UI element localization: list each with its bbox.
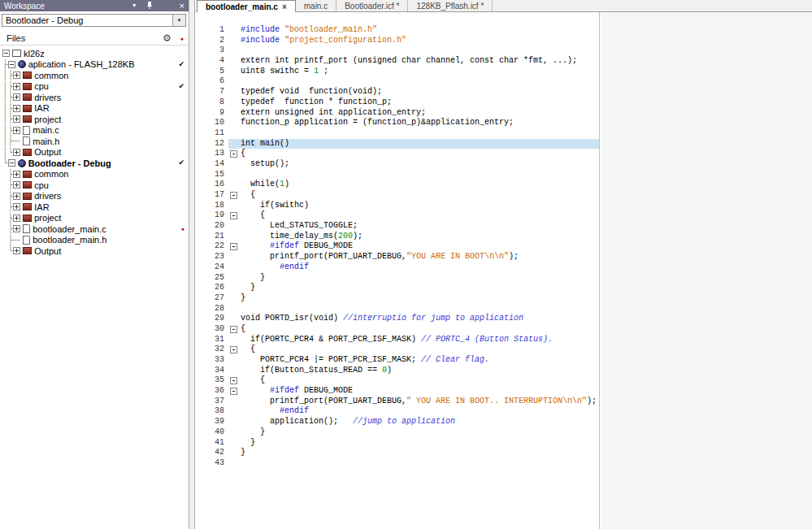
line-number[interactable]: 2: [196, 36, 228, 46]
code-line-34[interactable]: 34 if(Button_Status_READ == 0): [196, 366, 599, 376]
tree-item-project[interactable]: │├project: [0, 114, 189, 125]
line-number[interactable]: 27: [196, 293, 228, 304]
code-line-36[interactable]: 36 #ifdef DEBUG_MODE: [196, 386, 599, 397]
tree-item-iar[interactable]: │├IAR: [0, 103, 189, 115]
tree-item-main-h[interactable]: │├main.h: [0, 136, 189, 147]
line-number[interactable]: 26: [196, 283, 228, 293]
code-line-10[interactable]: 10function_p application = (function_p)&…: [196, 118, 599, 128]
tree-item-aplication-flash-128kb[interactable]: ├aplication - FLASH_128KB✔: [0, 59, 189, 71]
line-number[interactable]: 11: [196, 128, 228, 139]
code-editor[interactable]: 1#include "bootloader_main.h"2#include "…: [196, 12, 600, 529]
tree-item-bootloader-main-h[interactable]: ├bootloader_main.h: [0, 235, 189, 246]
line-number[interactable]: 25: [196, 273, 228, 284]
expand-icon[interactable]: [13, 181, 20, 189]
build-config-select[interactable]: Bootloader - Debug ▼: [2, 14, 186, 27]
code-line-42[interactable]: 42}: [196, 448, 599, 458]
code-line-12[interactable]: 12int main(): [196, 139, 599, 150]
code-line-7[interactable]: 7typedef void function(void);: [196, 87, 599, 98]
code-line-20[interactable]: 20 Led_STATUS_TOGGLE;: [196, 221, 599, 232]
line-number[interactable]: 42: [196, 448, 228, 458]
line-number[interactable]: 3: [196, 46, 228, 56]
code-line-22[interactable]: 22 #ifdef DEBUG_MODE: [196, 241, 599, 252]
tree-item-drivers[interactable]: ├drivers: [0, 191, 189, 202]
code-line-21[interactable]: 21 time_delay_ms(200);: [196, 232, 599, 242]
line-number[interactable]: 15: [196, 170, 228, 180]
expand-icon[interactable]: [13, 171, 20, 178]
code-line-5[interactable]: 5uint8 swithc = 1 ;: [196, 67, 599, 77]
window-menu-icon[interactable]: ▼: [132, 0, 137, 11]
line-number[interactable]: 14: [196, 159, 228, 170]
fold-collapse-icon[interactable]: [230, 377, 237, 384]
line-number[interactable]: 29: [196, 314, 228, 324]
expand-icon[interactable]: [13, 127, 20, 134]
expand-icon[interactable]: [13, 215, 20, 222]
line-number[interactable]: 9: [196, 108, 228, 119]
tree-item-main-c[interactable]: │├main.c: [0, 125, 189, 137]
line-number[interactable]: 37: [196, 397, 228, 407]
code-line-4[interactable]: 4extern int printf_port (unsigned char c…: [196, 56, 599, 67]
line-number[interactable]: 18: [196, 201, 228, 211]
tree-item-cpu[interactable]: │├cpu✔: [0, 81, 189, 93]
expand-icon[interactable]: [13, 247, 20, 254]
code-line-39[interactable]: 39 application(); //jump to application: [196, 417, 599, 427]
code-line-27[interactable]: 27}: [196, 293, 599, 304]
expand-icon[interactable]: [13, 72, 20, 79]
line-number[interactable]: 19: [196, 210, 228, 221]
tree-item-kl26z[interactable]: kl26z: [0, 48, 189, 59]
code-line-24[interactable]: 24 #endif: [196, 262, 599, 273]
tree-item-cpu[interactable]: ├cpu: [0, 180, 189, 191]
line-number[interactable]: 28: [196, 304, 228, 314]
fold-collapse-icon[interactable]: [230, 326, 237, 333]
line-number[interactable]: 40: [196, 427, 228, 438]
fold-collapse-icon[interactable]: [230, 192, 237, 199]
line-number[interactable]: 7: [196, 87, 228, 98]
line-number[interactable]: 4: [196, 56, 228, 67]
tab-close-icon[interactable]: ×: [282, 2, 287, 11]
expand-icon[interactable]: [13, 83, 20, 90]
collapse-icon[interactable]: [2, 50, 10, 57]
collapse-icon[interactable]: [8, 159, 15, 167]
tree-item-common[interactable]: │├common: [0, 70, 189, 81]
line-number[interactable]: 20: [196, 221, 228, 232]
line-number[interactable]: 36: [196, 386, 228, 397]
line-number[interactable]: 43: [196, 458, 228, 469]
line-number[interactable]: 35: [196, 375, 228, 386]
code-line-17[interactable]: 17 {: [196, 190, 599, 201]
code-line-26[interactable]: 26 }: [196, 283, 599, 293]
collapse-icon[interactable]: [8, 61, 15, 68]
line-number[interactable]: 16: [196, 180, 228, 190]
code-line-8[interactable]: 8typedef function * function_p;: [196, 98, 599, 108]
line-number[interactable]: 17: [196, 190, 228, 201]
code-line-28[interactable]: 28: [196, 304, 599, 314]
tree-item-output[interactable]: └Output: [0, 245, 189, 257]
tab-128kb-pflash-icf[interactable]: 128KB_Pflash.icf *: [408, 0, 493, 11]
code-line-38[interactable]: 38 #endif: [196, 406, 599, 417]
line-number[interactable]: 8: [196, 98, 228, 108]
chevron-down-icon[interactable]: ▼: [172, 15, 185, 26]
line-number[interactable]: 39: [196, 417, 228, 427]
expand-icon[interactable]: [13, 149, 20, 156]
code-line-30[interactable]: 30{: [196, 324, 599, 335]
line-number[interactable]: 23: [196, 252, 228, 262]
code-line-9[interactable]: 9extern unsigned int application_entry;: [196, 108, 599, 119]
line-number[interactable]: 13: [196, 149, 228, 159]
code-line-1[interactable]: 1#include "bootloader_main.h": [196, 25, 599, 36]
code-line-43[interactable]: 43: [196, 458, 599, 469]
workspace-titlebar[interactable]: Workspace ▼ ×: [0, 0, 189, 11]
expand-icon[interactable]: [13, 203, 20, 210]
line-number[interactable]: 34: [196, 366, 228, 376]
line-number[interactable]: 41: [196, 438, 228, 449]
line-number[interactable]: 10: [196, 118, 228, 128]
fold-collapse-icon[interactable]: [230, 212, 237, 219]
code-line-23[interactable]: 23 printf_port(PORT_UART_DEBUG,"YOU ARE …: [196, 252, 599, 262]
expand-icon[interactable]: [13, 105, 20, 112]
code-line-18[interactable]: 18 if(swithc): [196, 201, 599, 211]
code-line-19[interactable]: 19 {: [196, 210, 599, 221]
fold-collapse-icon[interactable]: [230, 388, 237, 395]
expand-icon[interactable]: [13, 225, 20, 232]
tree-item-bootloader-main-c[interactable]: ├bootloader_main.c●: [0, 223, 189, 235]
expand-icon[interactable]: [13, 93, 20, 101]
code-line-13[interactable]: 13{: [196, 149, 599, 159]
close-icon[interactable]: ×: [180, 0, 185, 11]
line-number[interactable]: 21: [196, 232, 228, 242]
